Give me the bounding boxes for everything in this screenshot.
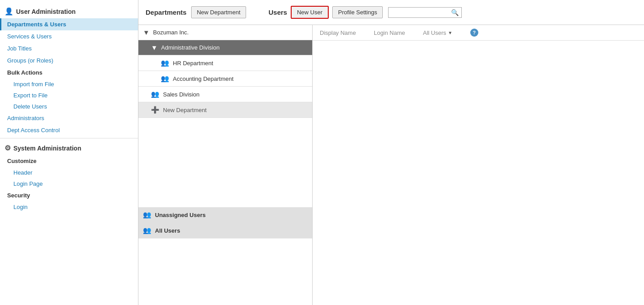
sidebar-item-services-users[interactable]: Services & Users — [0, 30, 138, 42]
dept-row-all-users[interactable]: 👥 All Users — [138, 223, 312, 238]
group-icon-sales: 👥 — [151, 90, 159, 98]
new-user-button[interactable]: New User — [291, 6, 329, 19]
group-icon-all-users: 👥 — [143, 226, 151, 234]
sidebar-item-job-titles[interactable]: Job Titles — [0, 42, 138, 54]
sidebar-item-departments-users[interactable]: Departments & Users — [0, 18, 138, 30]
dept-row-unassigned-users[interactable]: 👥 Unassigned Users — [138, 207, 312, 223]
sidebar-item-header[interactable]: Header — [0, 167, 138, 178]
login-name-col-header: Login Name — [374, 29, 405, 36]
collapse-icon-bozuman: ▼ — [143, 29, 150, 36]
sidebar: 👤 User Administration Departments & User… — [0, 0, 138, 305]
dept-empty-space — [138, 118, 312, 207]
main-content: Departments New Department Users New Use… — [138, 0, 644, 305]
group-icon-unassigned: 👥 — [143, 211, 151, 219]
all-users-dropdown-arrow: ▼ — [448, 30, 452, 35]
dept-row-accounting-department[interactable]: 👥 Accounting Department — [138, 71, 312, 87]
help-icon[interactable]: ? — [470, 29, 478, 37]
profile-settings-button[interactable]: Profile Settings — [332, 6, 383, 18]
group-icon-hr: 👥 — [161, 59, 169, 67]
sidebar-item-security: Security — [0, 189, 138, 201]
add-icon-new-dept: ➕ — [151, 106, 159, 114]
all-users-col-header[interactable]: All Users ▼ — [423, 29, 452, 36]
toolbar: Departments New Department Users New Use… — [138, 0, 644, 25]
sidebar-item-delete-users[interactable]: Delete Users — [0, 101, 138, 112]
dept-row-new-department[interactable]: ➕ New Department — [138, 102, 312, 118]
search-input[interactable] — [391, 9, 449, 16]
user-admin-label: User Administration — [16, 8, 75, 15]
sidebar-item-bulk-actions: Bulk Actions — [0, 67, 138, 79]
sidebar-divider — [0, 138, 138, 138]
users-panel: Display Name Login Name All Users ▼ ? — [313, 25, 644, 305]
sidebar-item-groups-roles[interactable]: Groups (or Roles) — [0, 54, 138, 67]
sidebar-item-import-from-file[interactable]: Import from File — [0, 79, 138, 90]
system-admin-section-header: ⚙ System Administration — [0, 140, 138, 155]
sidebar-item-dept-access-control[interactable]: Dept Access Control — [0, 124, 138, 136]
user-admin-section-header: 👤 User Administration — [0, 4, 138, 18]
sidebar-item-login-page[interactable]: Login Page — [0, 178, 138, 189]
departments-label: Departments — [146, 8, 187, 16]
user-admin-icon: 👤 — [4, 7, 13, 16]
display-name-col-header: Display Name — [320, 29, 356, 36]
departments-panel: ▼ Bozuman Inc. ▼ Administrative Division… — [138, 25, 313, 305]
users-column-headers: Display Name Login Name All Users ▼ ? — [313, 25, 644, 41]
sidebar-item-login[interactable]: Login — [0, 201, 138, 213]
search-icon[interactable]: 🔍 — [451, 9, 459, 16]
dept-row-bozuman-inc[interactable]: ▼ Bozuman Inc. — [138, 25, 312, 40]
dept-row-hr-department[interactable]: 👥 HR Department — [138, 55, 312, 71]
sidebar-item-export-to-file[interactable]: Export to File — [0, 90, 138, 101]
group-icon-accounting: 👥 — [161, 75, 169, 83]
sidebar-item-administrators[interactable]: Administrators — [0, 112, 138, 124]
users-label: Users — [268, 8, 287, 16]
content-area: ▼ Bozuman Inc. ▼ Administrative Division… — [138, 25, 644, 305]
sidebar-item-customize: Customize — [0, 155, 138, 167]
system-admin-icon: ⚙ — [4, 144, 11, 152]
system-admin-label: System Administration — [13, 145, 81, 152]
collapse-icon-admin-div: ▼ — [151, 44, 158, 51]
new-department-button[interactable]: New Department — [191, 6, 247, 18]
dept-row-sales-division[interactable]: 👥 Sales Division — [138, 87, 312, 102]
users-section: Users New User Profile Settings 🔍 — [268, 6, 462, 19]
dept-row-administrative-division[interactable]: ▼ Administrative Division — [138, 40, 312, 55]
search-wrapper: 🔍 — [388, 7, 462, 18]
